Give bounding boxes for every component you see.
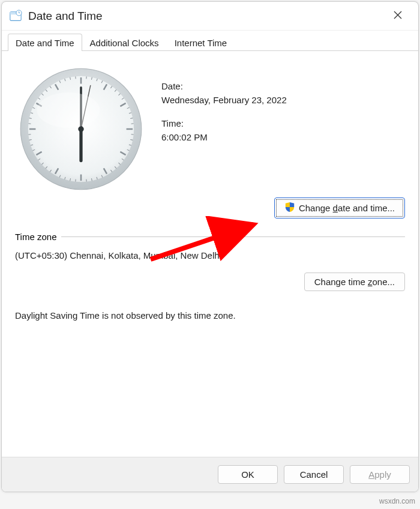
button-label: Change date and time... (299, 203, 395, 213)
cancel-button[interactable]: Cancel (284, 465, 344, 484)
tab-date-and-time[interactable]: Date and Time (8, 34, 82, 51)
date-value: Wednesday, February 23, 2022 (161, 95, 405, 105)
tab-content: Date: Wednesday, February 23, 2022 Time:… (2, 51, 418, 327)
apply-button[interactable]: Apply (350, 465, 410, 484)
change-timezone-button[interactable]: Change time zone... (304, 273, 405, 291)
timezone-group-label: Time zone (15, 232, 405, 242)
button-label: Apply (368, 469, 391, 480)
watermark: wsxdn.com (379, 497, 415, 505)
date-time-dialog: Date and Time Date and Time Additional C… (1, 1, 419, 492)
tab-label: Internet Time (175, 38, 227, 48)
change-date-time-row: Change date and time... (15, 197, 405, 218)
svg-point-71 (37, 92, 100, 128)
dst-note: Daylight Saving Time is not observed by … (15, 310, 405, 321)
time-label: Time: (161, 118, 405, 128)
date-time-row: Date: Wednesday, February 23, 2022 Time:… (15, 63, 405, 195)
tab-label: Additional Clocks (90, 38, 159, 48)
button-label: OK (241, 469, 254, 480)
timezone-value: (UTC+05:30) Chennai, Kolkata, Mumbai, Ne… (15, 250, 405, 261)
date-time-info: Date: Wednesday, February 23, 2022 Time:… (161, 63, 405, 195)
close-icon (394, 10, 402, 22)
button-label: Cancel (300, 469, 328, 480)
date-label: Date: (161, 81, 405, 91)
titlebar: Date and Time (2, 2, 418, 31)
close-button[interactable] (385, 3, 411, 29)
ok-button[interactable]: OK (218, 465, 278, 484)
clock-icon (9, 10, 22, 23)
svg-point-70 (78, 126, 83, 131)
dialog-footer: OK Cancel Apply (2, 457, 418, 492)
window-title: Date and Time (28, 10, 385, 23)
button-label: Change time zone... (314, 277, 395, 287)
change-timezone-row: Change time zone... (15, 273, 405, 291)
analog-clock (15, 63, 147, 195)
time-value: 6:00:02 PM (161, 132, 405, 142)
tab-additional-clocks[interactable]: Additional Clocks (82, 34, 167, 51)
tab-strip: Date and Time Additional Clocks Internet… (2, 31, 418, 51)
shield-icon (284, 202, 295, 214)
analog-clock-svg (18, 66, 144, 192)
change-date-time-button[interactable]: Change date and time... (274, 197, 405, 218)
group-divider (61, 236, 405, 237)
group-label-text: Time zone (15, 232, 56, 242)
tab-internet-time[interactable]: Internet Time (167, 34, 235, 51)
timezone-group: Time zone (UTC+05:30) Chennai, Kolkata, … (15, 232, 405, 291)
tab-label: Date and Time (16, 38, 74, 48)
